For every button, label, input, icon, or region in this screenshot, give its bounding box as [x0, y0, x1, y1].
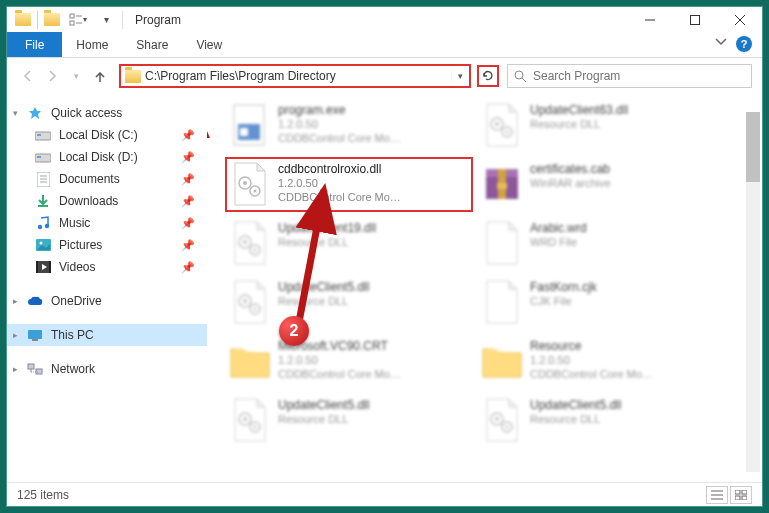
chevron-right-icon[interactable]: ▸ [13, 364, 18, 374]
file-name: UpdateClient5.dll [278, 398, 369, 413]
tab-home[interactable]: Home [62, 32, 122, 57]
view-details-button[interactable] [706, 486, 728, 504]
file-item[interactable]: UpdateClient5.dllResource DLL [225, 275, 473, 330]
drive-icon [35, 149, 51, 165]
refresh-button[interactable] [477, 65, 499, 87]
nav-recent-button[interactable]: ▾ [65, 65, 87, 87]
maximize-button[interactable] [672, 7, 717, 32]
file-version: WinRAR archive [530, 177, 611, 191]
file-name: UpdateClient63.dll [530, 103, 628, 118]
file-version: 1.2.0.50 [278, 177, 401, 191]
file-type-icon [228, 219, 272, 267]
file-type-icon [228, 278, 272, 326]
file-type-icon [480, 219, 524, 267]
qat-separator-2 [122, 11, 123, 29]
scrollbar[interactable] [746, 98, 760, 482]
svg-rect-89 [735, 490, 740, 494]
minimize-button[interactable] [627, 7, 672, 32]
file-item[interactable]: program.exe1.2.0.50CDDBControl Core Mo… [225, 98, 473, 153]
nav-local-disk-c[interactable]: Local Disk (C:)📌 [7, 124, 207, 146]
nav-videos[interactable]: Videos📌 [7, 256, 207, 278]
file-type-icon [480, 160, 524, 208]
nav-documents[interactable]: Documents📌 [7, 168, 207, 190]
address-row: ▾ C:\Program Files\Program Directory ▾ [7, 58, 762, 94]
file-item[interactable]: UpdateClient5.dllResource DLL [225, 393, 473, 448]
nav-forward-button[interactable] [41, 65, 63, 87]
file-name: UpdateClient5.dll [278, 280, 369, 295]
svg-marker-55 [257, 222, 265, 230]
search-input[interactable] [533, 69, 745, 83]
svg-marker-71 [257, 399, 265, 407]
music-icon [35, 215, 51, 231]
help-button[interactable]: ? [736, 36, 752, 52]
chevron-right-icon[interactable]: ▸ [13, 296, 18, 306]
svg-rect-5 [690, 15, 699, 24]
file-tab[interactable]: File [7, 32, 62, 57]
svg-point-74 [243, 417, 247, 421]
file-name: certificates.cab [530, 162, 611, 177]
chevron-down-icon[interactable]: ▾ [13, 108, 18, 118]
svg-point-58 [243, 240, 247, 244]
ribbon-collapse-button[interactable] [714, 34, 728, 52]
pin-icon: 📌 [181, 195, 195, 208]
file-type-icon [480, 278, 524, 326]
qat-customize-icon[interactable]: ▾ [96, 10, 116, 30]
file-description: CDDBControl Core Mo… [278, 132, 401, 146]
view-large-icons-button[interactable] [730, 486, 752, 504]
nav-this-pc[interactable]: ▸This PC [7, 324, 207, 346]
pin-icon: 📌 [181, 261, 195, 274]
qat-properties-icon[interactable]: ▾ [66, 11, 90, 29]
nav-quick-access[interactable]: ▾ Quick access [7, 102, 207, 124]
svg-rect-29 [28, 330, 42, 339]
nav-up-button[interactable] [89, 65, 111, 87]
file-version: CJK File [530, 295, 597, 309]
nav-network[interactable]: ▸Network [7, 358, 207, 380]
search-box[interactable] [507, 64, 752, 88]
file-item[interactable]: UpdateClient63.dllResource DLL [477, 98, 725, 153]
status-bar: 125 items [7, 482, 762, 506]
svg-rect-26 [36, 261, 38, 273]
nav-label: Downloads [59, 194, 118, 208]
file-item[interactable]: UpdateClient19.dllResource DLL [225, 216, 473, 271]
chevron-right-icon[interactable]: ▸ [13, 330, 18, 340]
file-item[interactable]: cddbcontrolroxio.dll1.2.0.50CDDBControl … [225, 157, 473, 212]
file-name: Microsoft.VC90.CRT [278, 339, 401, 354]
svg-rect-32 [36, 369, 42, 374]
file-item[interactable]: Resource1.2.0.50CDDBControl Core Mo… [477, 334, 725, 389]
drive-icon [35, 127, 51, 143]
file-item[interactable]: FastKorn.cjkCJK File [477, 275, 725, 330]
window-title: Program [129, 13, 181, 27]
close-button[interactable] [717, 7, 762, 32]
picture-icon [35, 237, 51, 253]
file-item[interactable]: UpdateClient5.dllResource DLL [477, 393, 725, 448]
svg-rect-13 [37, 134, 41, 136]
nav-pictures[interactable]: Pictures📌 [7, 234, 207, 256]
address-bar[interactable]: C:\Program Files\Program Directory ▾ [119, 64, 471, 88]
svg-rect-91 [735, 496, 740, 500]
nav-label: Quick access [51, 106, 122, 120]
file-name: Arabic.wrd [530, 221, 587, 236]
address-dropdown-icon[interactable]: ▾ [451, 71, 469, 81]
nav-local-disk-d[interactable]: Local Disk (D:)📌 [7, 146, 207, 168]
nav-onedrive[interactable]: ▸OneDrive [7, 290, 207, 312]
titlebar: ▾ ▾ Program [7, 7, 762, 32]
file-item[interactable]: certificates.cabWinRAR archive [477, 157, 725, 212]
qat-new-folder-icon[interactable] [44, 13, 60, 26]
cloud-icon [27, 293, 43, 309]
file-name: UpdateClient5.dll [530, 398, 621, 413]
tab-share[interactable]: Share [122, 32, 182, 57]
scrollbar-thumb[interactable] [746, 112, 760, 182]
nav-label: This PC [51, 328, 94, 342]
svg-marker-69 [509, 281, 517, 289]
nav-label: Local Disk (D:) [59, 150, 138, 164]
file-item[interactable]: Microsoft.VC90.CRT1.2.0.50CDDBControl Co… [225, 334, 473, 389]
nav-downloads[interactable]: Downloads📌 [7, 190, 207, 212]
tab-view[interactable]: View [182, 32, 236, 57]
svg-point-67 [254, 308, 257, 311]
nav-back-button[interactable] [17, 65, 39, 87]
file-item[interactable]: Arabic.wrdWRD File [477, 216, 725, 271]
star-icon [27, 105, 43, 121]
nav-music[interactable]: Music📌 [7, 212, 207, 234]
svg-rect-90 [742, 490, 747, 494]
file-name: cddbcontrolroxio.dll [278, 162, 401, 177]
